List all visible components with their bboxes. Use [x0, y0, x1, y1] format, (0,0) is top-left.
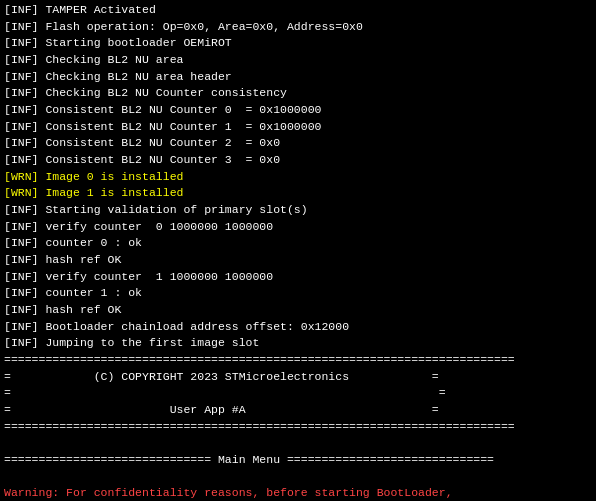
terminal-window: [INF] TAMPER Activated[INF] Flash operat… [0, 0, 596, 501]
terminal-line: Warning: For confidentiality reasons, be… [4, 485, 592, 501]
terminal-line: [INF] verify counter 0 1000000 1000000 [4, 219, 592, 236]
terminal-line: ========================================… [4, 419, 592, 436]
terminal-line: [INF] Starting validation of primary slo… [4, 202, 592, 219]
terminal-line: ============================== Main Menu… [4, 452, 592, 469]
terminal-line: [INF] Bootloader chainload address offse… [4, 319, 592, 336]
terminal-line: [INF] Consistent BL2 NU Counter 0 = 0x10… [4, 102, 592, 119]
terminal-line: [INF] counter 0 : ok [4, 235, 592, 252]
terminal-line: [INF] Checking BL2 NU area [4, 52, 592, 69]
terminal-line: [WRN] Image 0 is installed [4, 169, 592, 186]
terminal-line: [INF] TAMPER Activated [4, 2, 592, 19]
terminal-line: ========================================… [4, 352, 592, 369]
terminal-line: [INF] Jumping to the first image slot [4, 335, 592, 352]
terminal-line: [INF] Flash operation: Op=0x0, Area=0x0,… [4, 19, 592, 36]
terminal-line: = (C) COPYRIGHT 2023 STMicroelectronics … [4, 369, 592, 386]
terminal-line: = User App #A = [4, 402, 592, 419]
terminal-line: [INF] Checking BL2 NU Counter consistenc… [4, 85, 592, 102]
terminal-line: [INF] counter 1 : ok [4, 285, 592, 302]
terminal-line: [INF] hash ref OK [4, 302, 592, 319]
terminal-line: [WRN] Image 1 is installed [4, 185, 592, 202]
terminal-line: [INF] Consistent BL2 NU Counter 2 = 0x0 [4, 135, 592, 152]
terminal-line: = = [4, 385, 592, 402]
terminal-line: [INF] Consistent BL2 NU Counter 3 = 0x0 [4, 152, 592, 169]
terminal-line: [INF] Checking BL2 NU area header [4, 69, 592, 86]
terminal-line: [INF] Starting bootloader OEMiROT [4, 35, 592, 52]
terminal-line [4, 435, 592, 452]
terminal-line: [INF] hash ref OK [4, 252, 592, 269]
terminal-line: [INF] Consistent BL2 NU Counter 1 = 0x10… [4, 119, 592, 136]
terminal-line [4, 469, 592, 486]
terminal-line: [INF] verify counter 1 1000000 1000000 [4, 269, 592, 286]
